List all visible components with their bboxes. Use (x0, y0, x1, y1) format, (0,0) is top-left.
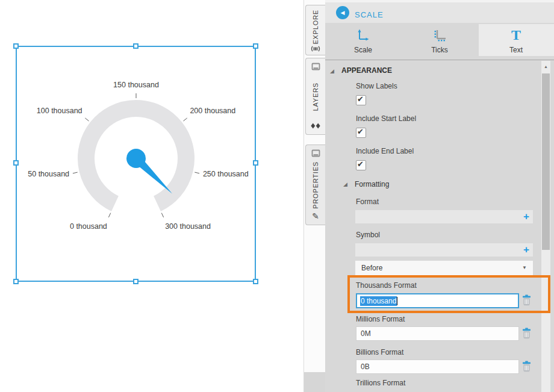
sidebar-tab-properties[interactable]: PROPERTIES ✎ (305, 145, 325, 225)
check-icon: ✔ (357, 127, 364, 136)
screen-icon (311, 149, 320, 158)
pencil-icon: ✎ (312, 212, 319, 220)
sidebar-tab-explore[interactable]: EXPLORE (305, 5, 325, 55)
design-canvas[interactable]: 0 thousand50 thousand100 thousand150 tho… (0, 0, 304, 392)
check-icon: ✔ (357, 160, 364, 169)
trillions-format-label: Trillions Format (356, 379, 405, 387)
selected-text: 0 thousand (360, 296, 397, 306)
selection-handle[interactable] (253, 43, 258, 49)
symbol-position-value: Before (361, 264, 382, 272)
symbol-field[interactable]: + (355, 243, 533, 257)
tab-ticks[interactable]: Ticks (402, 23, 478, 57)
layers-diamonds-icon (311, 122, 320, 130)
scale-tab-bar: Scale Ticks T Text (325, 23, 554, 60)
include-end-label-label: Include End Label (356, 147, 414, 155)
chevron-down-icon: ▼ (522, 261, 527, 275)
millions-format-input[interactable] (356, 326, 519, 341)
panel-title: SCALE (355, 5, 384, 25)
layers-tab-label: LAYERS (312, 82, 319, 111)
panel-scrollbar[interactable]: ▲ (541, 61, 550, 392)
appearance-section-title: APPEARANCE (341, 66, 392, 75)
selection-rectangle (16, 46, 256, 282)
appearance-expander-icon[interactable]: ◢ (330, 68, 334, 74)
format-label: Format (356, 198, 379, 206)
format-field[interactable]: + (355, 210, 533, 223)
delete-millions-format-button[interactable] (521, 328, 532, 339)
scale-axes-icon (356, 25, 370, 45)
thousands-format-label: Thousands Format (356, 281, 417, 290)
text-icon: T (511, 25, 521, 45)
check-icon: ✔ (357, 95, 364, 104)
include-start-label-checkbox[interactable]: ✔ (356, 128, 366, 138)
screens-carousel-icon (310, 45, 321, 53)
formatting-expander-icon[interactable]: ◢ (343, 181, 347, 187)
sidebar-tab-layers[interactable]: LAYERS (305, 58, 325, 135)
text-caret (397, 297, 397, 305)
selection-handle[interactable] (133, 43, 138, 49)
selection-handle[interactable] (253, 160, 258, 166)
tab-ticks-label: Ticks (431, 46, 448, 54)
show-labels-checkbox[interactable]: ✔ (356, 95, 366, 105)
strip-bottom-block (304, 372, 325, 392)
delete-thousands-format-button[interactable] (521, 294, 532, 306)
formatting-section-title: Formatting (355, 180, 389, 188)
ticks-axes-icon (433, 25, 446, 45)
add-format-icon[interactable]: + (523, 210, 529, 223)
explore-tab-label: EXPLORE (312, 10, 319, 45)
thousands-format-input[interactable]: 0 thousand (356, 293, 519, 308)
selection-handle[interactable] (133, 279, 138, 284)
add-symbol-icon[interactable]: + (523, 243, 529, 257)
symbol-position-dropdown[interactable]: Before ▼ (355, 261, 533, 275)
millions-format-label: Millions Format (356, 315, 405, 323)
symbol-label: Symbol (356, 231, 380, 239)
screen-icon (311, 63, 320, 72)
scroll-up-button[interactable]: ▲ (541, 61, 550, 72)
tab-scale[interactable]: Scale (325, 23, 401, 57)
tab-scale-label: Scale (354, 46, 372, 54)
delete-billions-format-button[interactable] (521, 361, 532, 372)
billions-format-label: Billions Format (356, 348, 403, 356)
show-labels-label: Show Labels (356, 82, 397, 90)
include-start-label-label: Include Start Label (356, 114, 416, 123)
back-arrow-icon: ◀ (341, 10, 345, 16)
back-button[interactable]: ◀ (336, 6, 349, 19)
properties-tab-label: PROPERTIES (312, 161, 319, 209)
selection-handle[interactable] (253, 279, 258, 284)
tab-text[interactable]: T Text (478, 23, 554, 57)
selection-handle[interactable] (13, 43, 19, 49)
include-end-label-checkbox[interactable]: ✔ (356, 160, 366, 170)
scrollbar-thumb[interactable] (542, 73, 550, 250)
billions-format-input[interactable] (356, 359, 519, 374)
panel-header: ◀ SCALE (325, 2, 554, 23)
selection-handle[interactable] (13, 160, 19, 166)
properties-panel: ◀ SCALE Scale (325, 0, 554, 392)
tab-text-label: Text (509, 46, 523, 54)
selection-handle[interactable] (13, 279, 19, 284)
side-tab-strip: EXPLORE LAYERS (304, 0, 325, 392)
